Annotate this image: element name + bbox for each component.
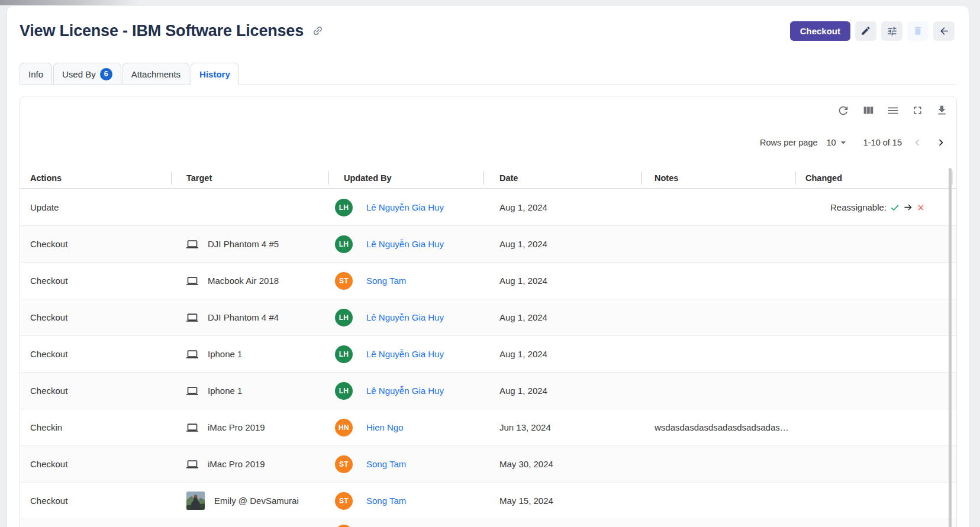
date-cell: Aug 1, 2024 <box>483 336 641 372</box>
tab-info-label: Info <box>28 69 43 79</box>
action-label: Checkout <box>30 496 67 506</box>
previous-page-button <box>910 135 924 150</box>
updated-by-cell: LH Lê Nguyễn Gia Huy <box>328 373 483 409</box>
column-header-actions[interactable]: Actions <box>20 168 171 188</box>
table-row: Checkout Iphone 1 LH Lê Nguyễn Gia Huy A… <box>20 336 956 373</box>
back-button[interactable] <box>933 21 955 41</box>
table-row: Checkout Iphone 1 LH Lê Nguyễn Gia Huy A… <box>20 373 956 409</box>
notes-cell <box>641 226 795 262</box>
tab-used-by-label: Used By <box>62 69 96 79</box>
action-cell: Checkout <box>20 263 171 299</box>
download-icon[interactable] <box>936 104 948 117</box>
row-spacer <box>952 299 956 335</box>
updated-by-cell: LH Lê Nguyễn Gia Huy <box>328 226 483 262</box>
cross-icon <box>916 203 926 212</box>
action-cell: Checkout <box>20 373 171 409</box>
date-label: Jun 13, 2024 <box>499 422 551 432</box>
target-label: Emily @ DevSamurai <box>214 496 299 506</box>
changed-cell: Reassignable: <box>795 189 952 225</box>
user-link[interactable]: Lê Nguyễn Gia Huy <box>366 239 444 249</box>
refresh-icon[interactable] <box>837 104 850 117</box>
changed-cell <box>795 299 952 335</box>
user-link[interactable]: Hien Ngo <box>366 422 404 432</box>
date-cell: Aug 1, 2024 <box>483 226 641 262</box>
user-link[interactable]: Song Tam <box>366 496 406 506</box>
column-header-updated-by[interactable]: Updated By <box>328 168 483 188</box>
column-header-changed[interactable]: Changed <box>795 168 952 188</box>
table-row: Checkout DJI Phantom 4 #4 LH Lê Nguyễn G… <box>20 299 956 336</box>
main-panel: View License - IBM Software Licenses Che… <box>7 6 969 527</box>
date-label: Aug 1, 2024 <box>499 349 547 359</box>
target-cell: Iphone 1 <box>171 336 328 372</box>
notes-cell <box>641 336 795 372</box>
target-photo-thumbnail <box>186 492 205 510</box>
table-row: Checkout Macbook Air 2018 ST Song Tam Au… <box>20 263 956 299</box>
target-label: Iphone 1 <box>208 386 242 396</box>
tab-attachments[interactable]: Attachments <box>122 63 189 85</box>
tab-history[interactable]: History <box>191 63 239 85</box>
table-scrollbar-thumb[interactable] <box>949 168 952 527</box>
edit-pencil-icon <box>860 25 871 36</box>
laptop-icon <box>186 422 198 434</box>
history-table-card: Rows per page 10 1-10 of 15 Actions Targ <box>20 96 957 527</box>
updated-by-cell: ST Song Tam <box>328 446 483 482</box>
header-actions: Checkout <box>790 21 955 41</box>
checkout-button[interactable]: Checkout <box>790 21 850 41</box>
user-link[interactable]: Lê Nguyễn Gia Huy <box>366 312 444 322</box>
user-avatar: HN <box>335 419 353 437</box>
column-header-spacer <box>952 168 956 188</box>
user-link[interactable]: Lê Nguyễn Gia Huy <box>366 386 444 396</box>
user-link[interactable]: Song Tam <box>366 459 406 469</box>
fullscreen-icon[interactable] <box>911 104 924 117</box>
chevron-left-icon <box>911 136 924 149</box>
table-header-row: Actions Target Updated By Date Notes Cha… <box>20 168 956 189</box>
date-label: May 30, 2024 <box>499 459 553 469</box>
user-link[interactable]: Lê Nguyễn Gia Huy <box>366 349 444 359</box>
notes-cell <box>641 446 795 482</box>
action-cell <box>20 519 171 527</box>
dropdown-caret-icon <box>837 137 849 148</box>
table-row: Checkout DJI Phantom 4 #5 LH Lê Nguyễn G… <box>20 226 956 263</box>
date-cell: May 15, 2024 <box>483 483 641 519</box>
user-avatar: LH <box>335 199 353 216</box>
table-body: Update LH Lê Nguyễn Gia Huy Aug 1, 2024 … <box>20 189 956 527</box>
notes-cell: wsdasdasdasdsadasdsadsadasd... <box>641 409 795 445</box>
date-cell <box>483 519 641 527</box>
laptop-icon <box>186 275 198 287</box>
column-header-date[interactable]: Date <box>483 168 641 188</box>
density-icon[interactable] <box>886 104 900 117</box>
delete-button <box>907 21 929 41</box>
target-label: iMac Pro 2019 <box>208 459 265 469</box>
target-cell: Macbook Air 2018 <box>171 263 328 299</box>
updated-by-cell: ST Song Tam <box>328 263 483 299</box>
user-link[interactable]: Song Tam <box>366 276 406 286</box>
notes-cell <box>641 299 795 335</box>
user-avatar: LH <box>335 382 353 400</box>
tab-used-by[interactable]: Used By 6 <box>53 63 121 85</box>
updated-by-cell: HN Hien Ngo <box>328 409 483 445</box>
copy-link-icon[interactable] <box>312 25 324 37</box>
action-label: Checkout <box>30 312 67 322</box>
rows-per-page-select[interactable]: 10 <box>827 137 849 148</box>
updated-by-cell: LH Lê Nguyễn Gia Huy <box>328 189 483 225</box>
row-spacer <box>952 189 956 225</box>
tab-attachments-label: Attachments <box>131 69 180 79</box>
updated-by-cell: LH Lê Nguyễn Gia Huy <box>328 299 483 335</box>
table-row: Checkout Emily @ DevSamurai ST Song Tam … <box>20 483 956 519</box>
row-spacer <box>952 519 956 527</box>
date-cell: May 30, 2024 <box>483 446 641 482</box>
laptop-icon <box>186 312 198 324</box>
tab-info[interactable]: Info <box>20 63 52 85</box>
target-label: Iphone 1 <box>208 349 242 359</box>
action-label: Checkout <box>30 349 67 359</box>
column-header-target[interactable]: Target <box>171 168 328 188</box>
next-page-button[interactable] <box>934 135 948 150</box>
settings-button[interactable] <box>881 21 902 41</box>
tab-history-label: History <box>199 69 230 79</box>
edit-button[interactable] <box>855 21 876 41</box>
user-avatar: ST <box>335 492 353 510</box>
row-spacer <box>952 446 956 482</box>
user-link[interactable]: Lê Nguyễn Gia Huy <box>366 202 444 212</box>
column-header-notes[interactable]: Notes <box>641 168 795 188</box>
view-columns-icon[interactable] <box>862 104 875 117</box>
